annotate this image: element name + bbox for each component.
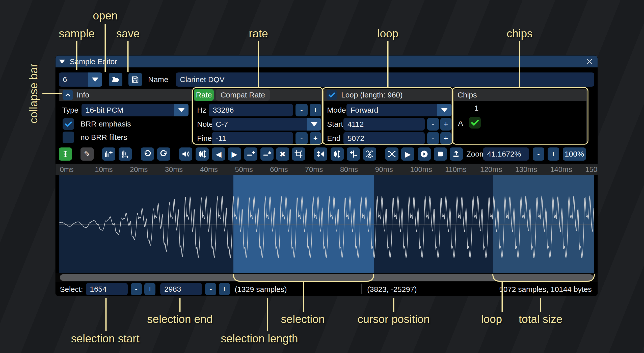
zoom-plus-button[interactable]: + [548,147,559,161]
filter-button[interactable] [363,147,376,161]
trim-button[interactable] [292,147,305,161]
no-brr-filters-checkbox[interactable] [63,132,74,143]
edit-mode-select-button[interactable] [59,147,72,161]
hz-minus-button[interactable]: - [296,104,308,116]
selection-start-field[interactable]: 1654 [86,283,128,295]
brr-emphasis-label: BRR emphasis [80,118,131,130]
normalize-button[interactable] [196,147,209,161]
amplify-button[interactable] [179,147,192,161]
redo-button[interactable] [157,147,170,161]
apply-silence-button[interactable] [260,147,274,161]
loop-start-field[interactable]: 4112 [343,118,425,131]
fade-in-button[interactable]: ◀ [212,147,225,161]
upload-icon [452,150,461,158]
loop-end-plus-button[interactable]: + [440,132,451,145]
selection-end-plus-button[interactable]: + [219,283,230,295]
chevron-down-icon[interactable] [307,118,321,131]
name-field[interactable]: Clarinet DQV [176,72,594,87]
annotation-chips: chips [507,27,533,40]
play-icon: ▶ [405,150,411,159]
delete-button[interactable]: ✖ [276,147,289,161]
collapse-bar-button[interactable] [63,90,73,100]
zoom-minus-button[interactable]: - [533,147,544,161]
timeline-tick-label: 10ms [95,165,113,174]
timeline-tick-label: 20ms [130,165,148,174]
timeline-tick-label: 120ms [480,165,502,174]
folder-open-icon [111,75,120,84]
timeline-tick-label: 40ms [200,165,218,174]
tab-compat-rate[interactable]: Compat Rate [216,89,270,101]
chips-column-header: 1 [470,104,483,112]
waveform-display[interactable] [59,175,594,273]
fade-out-button[interactable]: ▶ [228,147,241,161]
timeline-ruler[interactable]: 0ms10ms20ms30ms40ms50ms60ms70ms80ms90ms1… [56,164,598,175]
scrollbar-track[interactable] [56,273,598,282]
timeline-tick-label: 30ms [165,165,183,174]
resample-icon [121,150,129,158]
edit-mode-draw-button[interactable]: ✎ [80,147,94,161]
save-button[interactable] [128,73,142,86]
crossfade-icon [388,150,396,158]
loop-start-plus-button[interactable]: + [440,118,451,131]
chevron-down-icon[interactable] [437,104,451,116]
tab-rate[interactable]: Rate [194,89,214,101]
insert-silence-button[interactable] [244,147,257,161]
preview-button[interactable]: ▶ [401,147,414,161]
silencestar-icon [263,150,271,158]
timeline-tick-label: 110ms [445,165,467,174]
window-collapse-icon[interactable] [59,60,65,64]
fadein-icon: ◀ [216,150,221,159]
selection-end-field[interactable]: 2983 [160,283,202,295]
loop-end-field[interactable]: 5072 [343,132,425,145]
close-icon[interactable] [585,58,594,66]
annotation-loop-top: loop [377,27,398,40]
signinvert-icon [349,150,358,158]
brr-emphasis-checkbox[interactable] [63,118,74,130]
delete-icon: ✖ [279,150,286,159]
loop-start-minus-button[interactable]: - [427,118,439,131]
preview-loop-button[interactable] [418,147,431,161]
fine-minus-button[interactable]: - [296,132,308,145]
loop-mode-select[interactable]: Forward [346,104,451,116]
type-select[interactable]: 16-bit PCM [82,104,189,116]
chips-panel: Chips 1 A [454,89,587,144]
fine-plus-button[interactable]: + [310,132,321,145]
invert-button[interactable] [331,147,344,161]
note-select[interactable]: C-7 [212,118,321,131]
zoom-field[interactable]: 41.1672% [483,147,529,161]
loop-end-minus-button[interactable]: - [427,132,439,145]
select-label: Select: [60,285,83,294]
hz-field[interactable]: 33286 [209,104,293,116]
loop-checkbox[interactable] [327,90,337,100]
hz-plus-button[interactable]: + [310,104,321,116]
sample-select[interactable]: 6 [59,72,102,87]
chip-a-checkbox[interactable] [469,117,481,129]
chevron-down-icon[interactable] [88,72,102,87]
undo-button[interactable] [141,147,154,161]
chips-row-label: A [458,117,463,129]
resample-button[interactable] [119,147,132,161]
title-bar: Sample Editor [56,56,598,67]
scrollbar-thumb[interactable] [60,274,593,281]
timeline-tick-label: 60ms [270,165,288,174]
sign-invert-button[interactable] [347,147,360,161]
fine-field[interactable]: -11 [212,132,293,145]
info-panel-title: Info [77,91,89,99]
window-title: Sample Editor [70,57,117,66]
selection-start-plus-button[interactable]: + [144,283,155,295]
ibeam-icon [61,150,70,158]
zoom-reset-button[interactable]: 100% [563,147,586,161]
resize-button[interactable] [102,147,115,161]
upload-button[interactable] [450,147,463,161]
stop-button[interactable] [434,147,447,161]
chevron-down-icon[interactable] [174,104,189,116]
selection-start-minus-button[interactable]: - [131,283,142,295]
crossfade-button[interactable] [385,147,398,161]
selection-end-minus-button[interactable]: - [205,283,216,295]
name-label: Name [148,72,168,87]
loop-end-label: End [327,132,340,145]
annotation-sample: sample [59,27,95,40]
type-label: Type [62,104,78,116]
open-button[interactable] [109,73,122,86]
reverse-button[interactable] [314,147,327,161]
